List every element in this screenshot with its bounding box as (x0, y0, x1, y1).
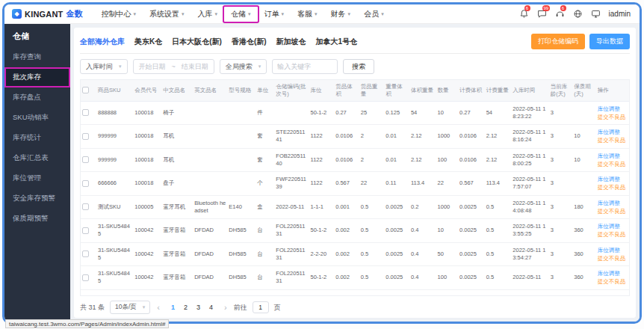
table-cell: 台 (256, 219, 274, 243)
actions-cell: 库位调整提交不良品 (596, 242, 629, 266)
page-number[interactable]: 2 (180, 304, 191, 311)
page-size-select[interactable]: 10条/页 ▾ (110, 301, 150, 314)
table-cell: 1122 (309, 125, 335, 149)
sidebar-item[interactable]: 保质期预警 (4, 209, 70, 229)
table-row: 测试SKU100005蓝牙耳机Bluetooth headsetE140盒202… (81, 195, 629, 219)
keyword-input[interactable] (272, 59, 338, 74)
monitor-icon[interactable] (591, 9, 601, 19)
submit-defective-link[interactable]: 提交不良品 (598, 254, 628, 262)
nav-item[interactable]: 订单▾ (258, 7, 291, 22)
adjust-location-link[interactable]: 库位调整 (598, 105, 628, 113)
export-data-button[interactable]: 导出数据 (589, 34, 630, 49)
checkbox-cell (81, 101, 96, 125)
table-cell: 360 (572, 219, 596, 243)
warehouse-tab[interactable]: 美东K仓 (134, 37, 162, 47)
submit-defective-link[interactable]: 提交不良品 (598, 183, 628, 191)
sidebar-item[interactable]: 批次库存 (4, 67, 70, 87)
row-checkbox[interactable] (82, 180, 89, 187)
brand[interactable]: ◆ KINGANT 金数 (12, 8, 83, 19)
sidebar-item[interactable]: 安全库存预警 (4, 188, 70, 209)
page-number[interactable]: 3 (193, 304, 204, 311)
page-number[interactable]: 1 (167, 304, 179, 311)
top-navbar: ◆ KINGANT 金数 控制中心▾系统设置▾入库▾仓储▾订单▾客服▾财务▾会员… (4, 4, 640, 24)
adjust-location-link[interactable]: 库位调整 (598, 152, 628, 160)
submit-defective-link[interactable]: 提交不良品 (598, 277, 628, 286)
nav-item[interactable]: 财务▾ (324, 7, 358, 22)
select-all-checkbox[interactable] (82, 87, 89, 93)
submit-defective-link[interactable]: 提交不良品 (598, 160, 628, 168)
username[interactable]: iadmin (609, 10, 631, 18)
print-storage-code-button[interactable]: 打印仓储编码 (531, 34, 585, 49)
row-checkbox[interactable] (82, 133, 89, 140)
sidebar-item[interactable]: 仓库汇总表 (4, 148, 70, 168)
app-window: ◆ KINGANT 金数 控制中心▾系统设置▾入库▾仓储▾订单▾客服▾财务▾会员… (2, 2, 642, 324)
sidebar-item[interactable]: 库存统计 (4, 128, 70, 148)
column-header: 中文品名 (161, 80, 193, 101)
table-cell: E140 (227, 195, 256, 219)
actions-cell: 库位调整提交不良品 (596, 148, 629, 172)
main-area: 全部海外仓库美东K仓日本大阪仓(新)香港仓(新)新加坡仓加拿大1号仓 打印仓储编… (70, 24, 640, 322)
checkbox-cell (81, 125, 96, 149)
nav-item[interactable]: 入库▾ (191, 7, 225, 22)
row-checkbox[interactable] (82, 109, 89, 116)
column-header: 重量体积 (384, 80, 409, 101)
table-cell: 蓝牙音箱 (161, 266, 193, 290)
row-checkbox[interactable] (82, 156, 89, 163)
submit-defective-link[interactable]: 提交不良品 (598, 230, 628, 239)
sidebar-item[interactable]: 库存查询 (4, 47, 70, 67)
adjust-location-link[interactable]: 库位调整 (598, 199, 628, 207)
row-checkbox[interactable] (82, 227, 89, 234)
filter-row: 入库时间 ▾ 开始日期 ~ 结束日期 全局搜索 ▾ 搜索 (80, 59, 630, 74)
table-cell: 套 (256, 125, 274, 149)
adjust-location-link[interactable]: 库位调整 (598, 246, 628, 254)
globe-icon[interactable] (573, 9, 583, 19)
date-range-picker[interactable]: 开始日期 ~ 结束日期 (133, 59, 214, 74)
nav-item[interactable]: 系统设置▾ (143, 7, 191, 22)
submit-defective-link[interactable]: 提交不良品 (598, 113, 628, 121)
page-number[interactable]: 4 (205, 304, 217, 311)
table-cell: 50 (436, 242, 458, 266)
nav-item[interactable]: 仓储▾ (224, 7, 258, 22)
submit-defective-link[interactable]: 提交不良品 (598, 136, 628, 144)
table-cell: 100005 (133, 195, 161, 219)
search-button[interactable]: 搜索 (343, 59, 374, 74)
bell-icon[interactable]: 6 (519, 9, 529, 19)
table-cell: 3 (549, 195, 573, 219)
warehouse-tab[interactable]: 全部海外仓库 (80, 37, 125, 47)
table-cell: 蓝牙耳机 (161, 195, 193, 219)
table-cell: 2.12 (409, 148, 436, 172)
nav-item[interactable]: 客服▾ (291, 7, 324, 22)
adjust-location-link[interactable]: 库位调整 (598, 222, 628, 230)
chat-icon[interactable]: 99 (537, 9, 547, 19)
nav-item[interactable]: 会员▾ (357, 7, 391, 22)
next-page-button[interactable]: › (223, 303, 229, 312)
warehouse-tab[interactable]: 日本大阪仓(新) (172, 37, 222, 47)
table-cell: 2022-05-11 (511, 266, 548, 290)
submit-defective-link[interactable]: 提交不良品 (598, 207, 628, 215)
adjust-location-link[interactable]: 库位调整 (598, 128, 628, 136)
prev-page-button[interactable]: ‹ (155, 303, 161, 312)
row-checkbox[interactable] (82, 274, 89, 281)
sidebar-item[interactable]: SKU动销率 (4, 108, 70, 128)
warehouse-tab[interactable]: 加拿大1号仓 (316, 37, 358, 47)
row-checkbox[interactable] (82, 203, 89, 210)
warehouse-tab[interactable]: 新加坡仓 (276, 37, 306, 47)
warehouse-tab[interactable]: 香港仓(新) (232, 37, 267, 47)
brand-name: KINGANT (25, 10, 64, 19)
chevron-down-icon: ▾ (215, 11, 218, 17)
row-checkbox[interactable] (82, 250, 89, 257)
nav-item[interactable]: 控制中心▾ (95, 7, 143, 22)
headset-icon[interactable]: 6 (555, 9, 565, 19)
search-scope-select[interactable]: 全局搜索 ▾ (220, 59, 267, 74)
goto-page-input[interactable] (253, 301, 269, 313)
time-field-select[interactable]: 入库时间 ▾ (80, 59, 128, 74)
table-cell: 0.01 (384, 148, 409, 172)
nav-item-label: 订单 (264, 9, 279, 19)
adjust-location-link[interactable]: 库位调整 (598, 175, 628, 183)
adjust-location-link[interactable]: 库位调整 (598, 269, 628, 277)
table-cell: 50-1-2 (309, 101, 335, 125)
message-badge: 99 (542, 5, 551, 11)
sidebar-item[interactable]: 库存盘点 (4, 87, 70, 108)
sidebar-item[interactable]: 库位管理 (4, 168, 70, 188)
table-cell (227, 101, 256, 125)
